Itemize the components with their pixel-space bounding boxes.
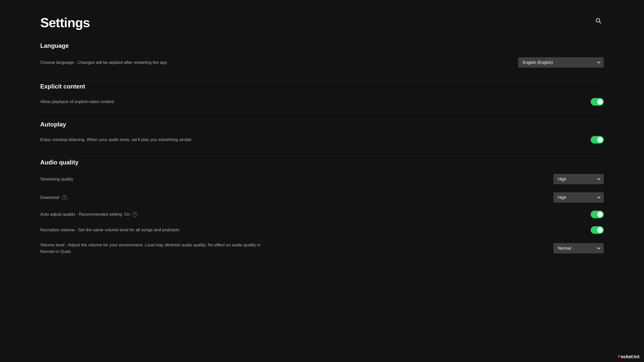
autoplay-row: Enjoy nonstop listening. When your audio…: [40, 132, 604, 148]
autoplay-slider: [591, 136, 604, 144]
explicit-content-description: Allow playback of explicit-rated content: [40, 99, 114, 105]
explicit-content-slider: [591, 98, 604, 106]
auto-adjust-help-icon: ?: [132, 212, 137, 217]
autoplay-title: Autoplay: [40, 121, 604, 128]
divider-3: [40, 157, 604, 157]
pocketlint-p: P: [618, 354, 621, 359]
language-section: Language Choose language - Changes will …: [40, 42, 604, 72]
auto-adjust-label: Auto adjust quality - Recommended settin…: [40, 211, 137, 218]
download-quality-row: Download ? Low Normal High Very High: [40, 188, 604, 207]
normalize-volume-toggle[interactable]: [591, 226, 604, 234]
normalize-volume-label: Normalize volume - Set the same volume l…: [40, 227, 179, 233]
auto-adjust-row: Auto adjust quality - Recommended settin…: [40, 207, 604, 222]
autoplay-description: Enjoy nonstop listening. When your audio…: [40, 137, 191, 143]
streaming-quality-row: Streaming quality Low Normal High Very H…: [40, 170, 604, 188]
page-header: Settings: [40, 15, 604, 30]
pocketlint-label: Pocketlint: [618, 354, 639, 359]
autoplay-toggle[interactable]: [591, 136, 604, 144]
search-button[interactable]: [593, 15, 604, 26]
streaming-quality-label: Streaming quality: [40, 176, 73, 183]
download-quality-label: Download ?: [40, 194, 67, 201]
language-select[interactable]: English (English) Español Français Deuts…: [518, 57, 604, 68]
search-icon: [595, 17, 602, 24]
volume-level-select[interactable]: Quiet Normal Loud: [553, 243, 604, 253]
language-row: Choose language - Changes will be applie…: [40, 53, 604, 72]
audio-quality-title: Audio quality: [40, 159, 604, 166]
explicit-content-section: Explicit content Allow playback of expli…: [40, 83, 604, 110]
language-description: Choose language - Changes will be applie…: [40, 59, 167, 66]
download-help-icon: ?: [62, 195, 67, 200]
download-quality-select[interactable]: Low Normal High Very High: [553, 192, 604, 203]
audio-quality-section: Audio quality Streaming quality Low Norm…: [40, 159, 604, 259]
divider-2: [40, 119, 604, 119]
normalize-volume-row: Normalize volume - Set the same volume l…: [40, 222, 604, 238]
volume-level-label: Volume level - Adjust the volume for you…: [40, 242, 267, 255]
pocketlint-badge: Pocketlint: [613, 352, 644, 362]
volume-level-row: Volume level - Adjust the volume for you…: [40, 238, 604, 259]
divider-1: [40, 81, 604, 81]
autoplay-section: Autoplay Enjoy nonstop listening. When y…: [40, 121, 604, 148]
auto-adjust-slider: [591, 211, 604, 218]
explicit-content-row: Allow playback of explicit-rated content: [40, 94, 604, 110]
explicit-content-toggle[interactable]: [591, 98, 604, 106]
normalize-volume-slider: [591, 226, 604, 234]
streaming-quality-select[interactable]: Low Normal High Very High: [553, 174, 604, 184]
language-section-title: Language: [40, 42, 604, 49]
explicit-content-title: Explicit content: [40, 83, 604, 90]
page-title: Settings: [40, 15, 90, 30]
auto-adjust-toggle[interactable]: [591, 211, 604, 218]
